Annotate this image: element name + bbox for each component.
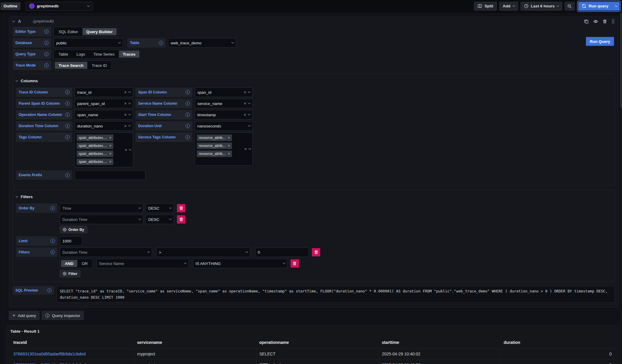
trace-id-link[interactable]: 3768831301ea0d65adaef8b9da1cbded	[13, 363, 86, 364]
trace-id-column-select[interactable]: trace_id ×	[75, 88, 133, 97]
info-icon[interactable]: i	[186, 135, 190, 139]
clear-icon[interactable]: ×	[124, 101, 127, 106]
service-tag-chip[interactable]: resource_attrib...×	[197, 135, 232, 141]
duration-time-column-select[interactable]: duration_nano ×	[75, 121, 133, 131]
parent-span-id-column-select[interactable]: parent_span_id ×	[75, 99, 133, 108]
order-by-field-select[interactable]: Time	[60, 203, 143, 213]
add-query-button[interactable]: + Add query	[9, 311, 39, 320]
remove-filter-button[interactable]	[291, 259, 299, 268]
filter-operator-select[interactable]: IS ANYTHING	[193, 259, 288, 268]
add-order-by-button[interactable]: Order By	[60, 226, 87, 233]
clear-icon[interactable]: ×	[244, 101, 246, 106]
clear-icon[interactable]: ×	[244, 147, 247, 151]
trace-id-link[interactable]: 3768831301ea0d65adaef8b9da1cbded	[13, 352, 86, 356]
info-icon[interactable]: i	[65, 135, 70, 139]
columns-section-header[interactable]: Columns	[16, 76, 611, 85]
table-select[interactable]: web_trace_demo	[168, 38, 236, 48]
toggle-visibility-eye-icon[interactable]	[593, 19, 598, 24]
add-dropdown-button[interactable]: Add	[499, 2, 518, 11]
datasource-picker[interactable]: greptimedb	[26, 2, 93, 11]
drag-handle-icon[interactable]	[612, 19, 615, 24]
clear-icon[interactable]: ×	[124, 112, 127, 117]
vertical-scrollbar[interactable]	[620, 12, 622, 364]
info-icon[interactable]: i	[44, 41, 49, 45]
editor-run-query-button[interactable]: Run Query	[586, 37, 614, 46]
add-filter-button[interactable]: Filter	[60, 270, 80, 277]
service-tags-column-multiselect[interactable]: resource_attrib...× resource_attrib...× …	[195, 132, 253, 166]
remove-chip-icon[interactable]: ×	[228, 136, 230, 140]
events-prefix-input[interactable]	[75, 170, 146, 180]
run-query-button[interactable]: Run query	[578, 2, 612, 11]
filter-value-input[interactable]: 0	[255, 247, 309, 257]
trace-mode-option-trace-id[interactable]: Trace ID	[88, 62, 111, 69]
operation-name-column-select[interactable]: span_name ×	[75, 110, 133, 119]
info-icon[interactable]: i	[65, 173, 70, 177]
column-header-operationname[interactable]: operationname	[256, 337, 379, 349]
info-icon[interactable]: i	[159, 41, 163, 45]
span-id-column-select[interactable]: span_id ×	[195, 88, 253, 97]
info-icon[interactable]: i	[44, 52, 49, 56]
trace-mode-option-trace-search[interactable]: Trace Search	[55, 62, 87, 69]
query-type-option-table[interactable]: Table	[55, 51, 72, 58]
remove-chip-icon[interactable]: ×	[109, 152, 111, 156]
query-type-option-traces[interactable]: Traces	[119, 51, 139, 58]
column-header-traceid[interactable]: traceid	[10, 337, 134, 349]
remove-query-trash-icon[interactable]	[603, 19, 607, 24]
column-header-servicename[interactable]: servicename	[134, 337, 256, 349]
info-icon[interactable]: i	[47, 288, 51, 292]
zoom-out-button[interactable]	[565, 2, 575, 11]
clear-icon[interactable]: ×	[244, 112, 246, 117]
clear-icon[interactable]: ×	[124, 124, 127, 128]
duplicate-query-icon[interactable]	[584, 19, 589, 24]
run-query-options-caret[interactable]	[612, 2, 620, 11]
info-icon[interactable]: i	[51, 239, 55, 243]
limit-input[interactable]: 1000	[60, 236, 82, 246]
info-icon[interactable]: i	[51, 206, 55, 210]
info-icon[interactable]: i	[65, 101, 70, 106]
tag-chip[interactable]: span_attributes....×	[77, 158, 113, 165]
clear-icon[interactable]: ×	[125, 148, 127, 152]
info-icon[interactable]: i	[65, 90, 70, 94]
info-icon[interactable]: i	[44, 30, 49, 34]
collapse-query-chevron-icon[interactable]	[12, 20, 15, 22]
query-type-option-logs[interactable]: Logs	[72, 51, 89, 58]
column-header-duration[interactable]: duration	[501, 337, 615, 349]
remove-filter-button[interactable]	[312, 248, 320, 256]
service-tag-chip[interactable]: resource_attrib...×	[197, 151, 232, 157]
remove-order-by-button[interactable]	[177, 204, 185, 212]
remove-chip-icon[interactable]: ×	[109, 144, 111, 148]
info-icon[interactable]: i	[186, 124, 190, 128]
duration-unit-select[interactable]: nanoseconds	[195, 121, 253, 131]
service-name-column-select[interactable]: service_name ×	[195, 99, 253, 108]
query-inspector-button[interactable]: i Query inspector	[42, 311, 83, 320]
time-range-picker[interactable]: Last 6 hours	[521, 2, 562, 11]
info-icon[interactable]: i	[186, 90, 190, 94]
filter-field-select[interactable]: Duration Time	[60, 247, 152, 257]
filters-section-header[interactable]: Filters	[16, 192, 611, 201]
column-header-starttime[interactable]: starttime	[379, 337, 501, 349]
scrollbar-thumb[interactable]	[620, 13, 622, 108]
tag-chip[interactable]: span_attributes....×	[77, 135, 113, 141]
order-by-direction-select[interactable]: DESC	[146, 215, 174, 224]
info-icon[interactable]: i	[65, 113, 70, 117]
clear-icon[interactable]: ×	[244, 90, 246, 95]
info-icon[interactable]: i	[186, 113, 190, 117]
filter-operator-select[interactable]: >	[156, 247, 250, 257]
split-button[interactable]: Split	[474, 2, 497, 11]
order-by-field-select[interactable]: Duration Time	[60, 215, 143, 224]
remove-order-by-button[interactable]	[177, 215, 185, 224]
remove-chip-icon[interactable]: ×	[228, 144, 230, 148]
order-by-direction-select[interactable]: DESC	[146, 203, 174, 213]
editor-type-option-query-builder[interactable]: Query Builder	[83, 28, 117, 35]
remove-chip-icon[interactable]: ×	[109, 136, 111, 140]
tags-column-multiselect[interactable]: span_attributes....× span_attributes....…	[75, 132, 133, 167]
outline-button[interactable]: Outline	[1, 2, 20, 10]
tag-chip[interactable]: span_attributes....×	[77, 151, 113, 157]
remove-chip-icon[interactable]: ×	[228, 152, 230, 156]
info-icon[interactable]: i	[51, 250, 55, 254]
service-tag-chip[interactable]: resource_attrib...×	[197, 143, 232, 149]
query-type-option-time-series[interactable]: Time Series	[90, 51, 119, 58]
filter-field-select[interactable]: Service Name	[96, 259, 189, 268]
clear-icon[interactable]: ×	[124, 90, 127, 95]
info-icon[interactable]: i	[44, 63, 49, 67]
